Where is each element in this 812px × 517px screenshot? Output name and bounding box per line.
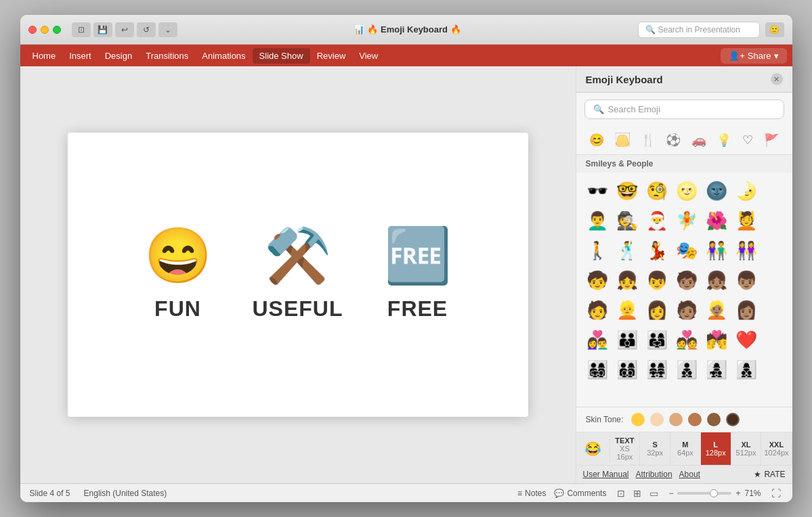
cat-people[interactable]: 🦲: [612, 130, 633, 150]
menu-design[interactable]: Design: [98, 48, 139, 64]
view-icons: ⊡ ⊞ ▭: [614, 487, 660, 500]
grid-view-icon[interactable]: ⊞: [631, 487, 644, 500]
emoji-cell[interactable]: 👩‍👦‍👦: [732, 355, 761, 384]
cat-food[interactable]: 🍴: [638, 130, 658, 150]
size-xl[interactable]: XL 512px: [731, 432, 762, 465]
zoom-thumb[interactable]: [710, 489, 718, 497]
emoji-cell[interactable]: 🚶: [583, 236, 612, 265]
emoji-cell[interactable]: 🌛: [732, 177, 761, 205]
emoji-cell[interactable]: 💆: [732, 206, 761, 235]
notes-button[interactable]: ≡ Notes: [517, 489, 546, 498]
emoji-cell[interactable]: 🤓: [613, 177, 641, 205]
redo-icon[interactable]: ↺: [137, 22, 156, 37]
presentation-search-bar[interactable]: 🔍 Search in Presentation: [638, 22, 760, 38]
emoji-cell[interactable]: 🕵️: [613, 206, 641, 235]
save-icon[interactable]: 💾: [93, 22, 112, 37]
presenter-view-icon[interactable]: ▭: [647, 487, 660, 500]
emoji-footer: User Manual Attribution About ★ RATE: [576, 465, 792, 483]
undo-icon[interactable]: ↩: [115, 22, 134, 37]
skin-dot-yellow[interactable]: [631, 413, 645, 426]
about-link[interactable]: About: [679, 470, 700, 479]
minimize-button[interactable]: [41, 26, 49, 34]
emoji-cell[interactable]: 👪: [613, 325, 641, 354]
size-s[interactable]: S 32px: [640, 432, 670, 465]
more-icon[interactable]: ⌄: [158, 22, 177, 37]
emoji-cell[interactable]: 👩🏽: [732, 296, 761, 324]
emoji-cell[interactable]: ❤️: [732, 325, 761, 354]
emoji-cell[interactable]: 🎭: [672, 236, 701, 265]
rate-button[interactable]: ★ RATE: [754, 470, 785, 479]
menu-slideshow[interactable]: Slide Show: [253, 48, 310, 64]
fit-to-screen-icon[interactable]: ⛶: [769, 487, 783, 500]
skin-dot-medium-light[interactable]: [669, 413, 683, 426]
emoji-cell[interactable]: 🕶️: [583, 177, 612, 205]
user-manual-link[interactable]: User Manual: [583, 470, 629, 479]
emoji-cell[interactable]: 👨‍👩‍👦‍👦: [613, 355, 641, 384]
sidebar-toggle-icon[interactable]: ⊡: [72, 22, 91, 37]
emoji-cell[interactable]: 👦: [643, 266, 671, 294]
skin-dot-dark[interactable]: [726, 413, 740, 426]
emoji-cell[interactable]: 🧚: [672, 206, 701, 235]
emoji-cell[interactable]: 🎅: [643, 206, 671, 235]
emoji-cell[interactable]: 🕺: [613, 236, 641, 265]
emoji-cell[interactable]: 👩: [643, 296, 671, 324]
menu-animations[interactable]: Animations: [195, 48, 252, 64]
emoji-panel-close-button[interactable]: ✕: [771, 73, 783, 85]
zoom-plus[interactable]: +: [735, 489, 740, 498]
emoji-cell[interactable]: 💑: [672, 325, 701, 354]
size-l[interactable]: L 128px: [701, 432, 731, 465]
emoji-cell[interactable]: 🌺: [702, 206, 731, 235]
menu-home[interactable]: Home: [26, 48, 63, 64]
cat-objects[interactable]: 💡: [714, 130, 734, 150]
zoom-slider[interactable]: [677, 492, 731, 495]
emoji-cell[interactable]: 👨‍👩‍👧‍👦: [583, 355, 612, 384]
size-xs[interactable]: TEXT XS 16px: [610, 432, 641, 465]
emoji-cell[interactable]: 👨‍👩‍👧‍👧: [643, 355, 671, 384]
size-xxl[interactable]: XXL 1024px: [761, 432, 792, 465]
emoji-cell[interactable]: 👩‍👧‍👦: [702, 355, 731, 384]
menu-view[interactable]: View: [352, 48, 385, 64]
emoji-icon[interactable]: 🙂: [765, 22, 784, 37]
emoji-cell[interactable]: 👨‍🦱: [583, 206, 612, 235]
emoji-cell[interactable]: 🌝: [672, 177, 701, 205]
comments-button[interactable]: 💬 Comments: [554, 489, 606, 498]
emoji-cell[interactable]: 👨‍👩‍👧: [643, 325, 671, 354]
normal-view-icon[interactable]: ⊡: [614, 487, 628, 500]
emoji-cell[interactable]: 👦🏽: [732, 266, 761, 294]
emoji-cell[interactable]: 👭: [732, 236, 761, 265]
cat-activities[interactable]: ⚽: [663, 130, 683, 150]
cat-symbols[interactable]: ♡: [740, 130, 756, 150]
cat-flags[interactable]: 🚩: [761, 130, 782, 150]
size-m[interactable]: M 64px: [670, 432, 701, 465]
menu-transitions[interactable]: Transitions: [139, 48, 195, 64]
zoom-minus[interactable]: −: [668, 489, 673, 498]
emoji-search-bar[interactable]: 🔍 Search Emoji: [584, 99, 784, 119]
emoji-cell[interactable]: 👩‍❤️‍👨: [583, 325, 612, 354]
skin-dot-light[interactable]: [650, 413, 664, 426]
emoji-cell[interactable]: 👱🏽: [702, 296, 731, 324]
attribution-link[interactable]: Attribution: [636, 470, 672, 479]
emoji-cell[interactable]: 💏: [702, 325, 731, 354]
menu-review[interactable]: Review: [310, 48, 353, 64]
emoji-cell[interactable]: 👧: [613, 266, 641, 294]
emoji-cell[interactable]: 🧒🏽: [672, 266, 701, 294]
emoji-cell[interactable]: 🧑🏽: [672, 296, 701, 324]
emoji-cell[interactable]: 🌚: [702, 177, 731, 205]
emoji-row-7: 👨‍👩‍👧‍👦 👨‍👩‍👦‍👦 👨‍👩‍👧‍👧 👨‍👦‍👦 👩‍👧‍👦 👩‍👦‍…: [583, 355, 786, 384]
emoji-cell[interactable]: 💃: [643, 236, 671, 265]
skin-dot-medium-dark[interactable]: [707, 413, 721, 426]
emoji-cell[interactable]: 🧒: [583, 266, 612, 294]
emoji-cell[interactable]: 🧑: [583, 296, 612, 324]
maximize-button[interactable]: [53, 26, 61, 34]
cat-smileys[interactable]: 😊: [586, 130, 607, 150]
skin-dot-medium[interactable]: [688, 413, 702, 426]
cat-travel[interactable]: 🚗: [689, 130, 709, 150]
emoji-cell[interactable]: 👫: [702, 236, 731, 265]
emoji-cell[interactable]: 👧🏽: [702, 266, 731, 294]
close-button[interactable]: [28, 26, 37, 34]
share-button[interactable]: 👤+ Share ▾: [721, 48, 786, 64]
menu-insert[interactable]: Insert: [62, 48, 98, 64]
emoji-cell[interactable]: 👨‍👦‍👦: [672, 355, 701, 384]
emoji-cell[interactable]: 👱: [613, 296, 641, 324]
emoji-cell[interactable]: 🧐: [643, 177, 671, 205]
